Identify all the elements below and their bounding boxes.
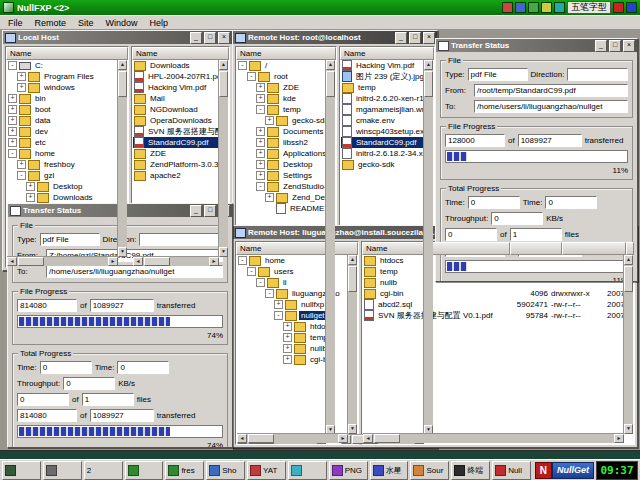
files-done-field[interactable]: 0 — [445, 228, 497, 241]
type-field[interactable]: pdf File — [40, 233, 100, 246]
taskbar-app-button[interactable] — [43, 461, 82, 480]
file-row[interactable]: ZendPlatform-3.0.3-linux — [133, 159, 228, 170]
menu-item[interactable]: File — [2, 18, 29, 28]
scroll-thumb[interactable] — [624, 266, 633, 292]
ime-mode-label[interactable]: 五笔字型 — [567, 1, 611, 14]
tree-expander[interactable]: - — [8, 149, 17, 158]
file-row[interactable]: SVN 服务器搭建与配置 V0.1.pdf 95784 -rw-r--r-- 2… — [363, 310, 633, 321]
tree-expander[interactable]: + — [17, 160, 26, 169]
ime-icon[interactable] — [626, 2, 637, 13]
time-remaining-field[interactable]: 0 — [545, 196, 597, 209]
tree-item[interactable]: - home — [237, 255, 357, 266]
tree-expander[interactable]: + — [274, 300, 283, 309]
file-bytes-total-field[interactable]: 1089927 — [90, 299, 154, 312]
scroll-thumb[interactable] — [219, 71, 228, 97]
scroll-arrow[interactable]: ▼ — [118, 247, 127, 257]
taskbar-app-button[interactable] — [288, 461, 327, 480]
file-row[interactable]: Hacking Vim.pdf — [133, 82, 228, 93]
files-done-field[interactable]: 0 — [17, 393, 69, 406]
file-row[interactable]: SVN 服务器搭建与配置 V0.1.pdf — [133, 126, 228, 137]
tree-expander[interactable]: + — [265, 193, 274, 202]
file-row[interactable]: 图片 239 (定义).jpg — [341, 71, 433, 82]
ime-icon[interactable] — [528, 2, 539, 13]
tree-item[interactable]: - ZendStudio-5.5.0 — [237, 181, 335, 192]
scroll-arrow[interactable]: ▼ — [624, 424, 633, 434]
horizontal-scrollbar[interactable]: ◄► — [133, 256, 219, 266]
vertical-scrollbar[interactable]: ▲▼ — [117, 60, 127, 257]
tree-expander[interactable]: - — [247, 72, 256, 81]
file-row[interactable]: gecko-sdk — [341, 159, 433, 170]
taskbar-app-button[interactable]: 终端 — [451, 461, 490, 480]
taskbar-app-button[interactable] — [125, 461, 164, 480]
column-header-size[interactable] — [510, 242, 562, 255]
tree-expander[interactable]: + — [8, 127, 17, 136]
file-row[interactable]: mgamameisjlian.wmv — [341, 104, 433, 115]
tree-expander[interactable]: + — [26, 193, 35, 202]
tree-item[interactable]: + freshboy — [7, 159, 127, 170]
column-header-name[interactable]: Name — [362, 242, 510, 255]
tree-item[interactable]: - liuguangzhao — [237, 288, 357, 299]
tree-item[interactable]: + Desktop — [237, 159, 335, 170]
maximize-button[interactable]: □ — [609, 40, 621, 52]
file-row[interactable]: cmake.env — [341, 115, 433, 126]
vertical-scrollbar[interactable]: ▲▼ — [325, 60, 335, 435]
from-field[interactable]: /root/temp/StandardC99.pdf — [474, 84, 628, 97]
tree-item[interactable]: - / — [237, 60, 335, 71]
tree-expander[interactable]: - — [265, 289, 274, 298]
scroll-arrow[interactable]: ► — [209, 257, 219, 266]
tree-expander[interactable]: + — [256, 149, 265, 158]
transfer-remote-titlebar[interactable]: Transfer Status _ □ × — [436, 39, 637, 52]
tree-expander[interactable]: - — [274, 311, 283, 320]
tree-expander[interactable]: + — [283, 344, 292, 353]
maximize-button[interactable]: □ — [409, 32, 421, 44]
tree-item[interactable]: README — [237, 203, 335, 214]
tree-item[interactable]: - users — [237, 266, 357, 277]
tree-item[interactable]: - home — [7, 148, 127, 159]
column-header-name[interactable]: Name — [6, 47, 128, 60]
tree-expander[interactable]: + — [26, 182, 35, 191]
file-row[interactable]: NGDownload — [133, 104, 228, 115]
tree-item[interactable]: + cgi-bin — [237, 354, 357, 365]
tree-expander[interactable]: - — [8, 61, 17, 70]
column-header-name[interactable]: Name — [236, 47, 336, 60]
ime-icon[interactable] — [502, 2, 513, 13]
direction-field[interactable] — [567, 68, 628, 81]
scroll-thumb[interactable] — [118, 71, 127, 97]
horizontal-scrollbar[interactable]: ◄► — [237, 433, 348, 443]
scroll-arrow[interactable]: ▲ — [424, 60, 433, 70]
column-header-name[interactable]: Name — [132, 47, 229, 60]
ime-icon[interactable] — [541, 2, 552, 13]
tree-item[interactable]: + temp — [237, 332, 357, 343]
tree-expander[interactable]: + — [283, 322, 292, 331]
time-elapsed-field[interactable]: 0 — [40, 361, 92, 374]
tree-expander[interactable]: + — [17, 72, 26, 81]
file-bytes-done-field[interactable]: 128000 — [445, 134, 505, 147]
scroll-track[interactable] — [118, 98, 127, 247]
taskbar-app-button[interactable] — [2, 461, 41, 480]
throughput-field[interactable]: 0 — [491, 212, 543, 225]
close-button[interactable]: × — [218, 32, 230, 44]
file-row[interactable]: Hacking Vim.pdf — [341, 60, 433, 71]
file-row[interactable]: initrd-2.6.18.2-34.xen — [341, 148, 433, 159]
file-row[interactable]: apache2 — [133, 170, 228, 181]
taskbar-app-button[interactable]: Null — [492, 461, 531, 480]
tree-expander[interactable]: - — [256, 182, 265, 191]
tree-item[interactable]: + Downloads — [7, 192, 127, 203]
taskbar-app-button[interactable]: 2 — [84, 461, 123, 480]
tree-expander[interactable]: + — [283, 355, 292, 364]
vertical-scrollbar[interactable]: ▲▼ — [423, 60, 433, 435]
tree-expander[interactable]: + — [256, 171, 265, 180]
file-row[interactable]: cgi-bin 4096 drwxrwxr-x 2007... — [363, 288, 633, 299]
total-bytes-total-field[interactable]: 1089927 — [90, 409, 154, 422]
scroll-arrow[interactable]: ◄ — [363, 434, 373, 443]
scroll-track[interactable] — [326, 98, 335, 425]
tree-item[interactable]: - root — [237, 71, 335, 82]
file-row[interactable]: abcd2.sql 5902471 -rw-r--r-- 2007... — [363, 299, 633, 310]
scroll-track[interactable] — [219, 98, 228, 247]
tree-expander[interactable]: + — [8, 94, 17, 103]
file-row[interactable]: initrd-2.6.20-xen-r1.img — [341, 93, 433, 104]
file-row[interactable]: StandardC99.pdf — [133, 137, 228, 148]
tree-item[interactable]: - temp — [237, 104, 335, 115]
scroll-arrow[interactable]: ▲ — [348, 255, 357, 265]
minimize-button[interactable]: _ — [190, 32, 202, 44]
